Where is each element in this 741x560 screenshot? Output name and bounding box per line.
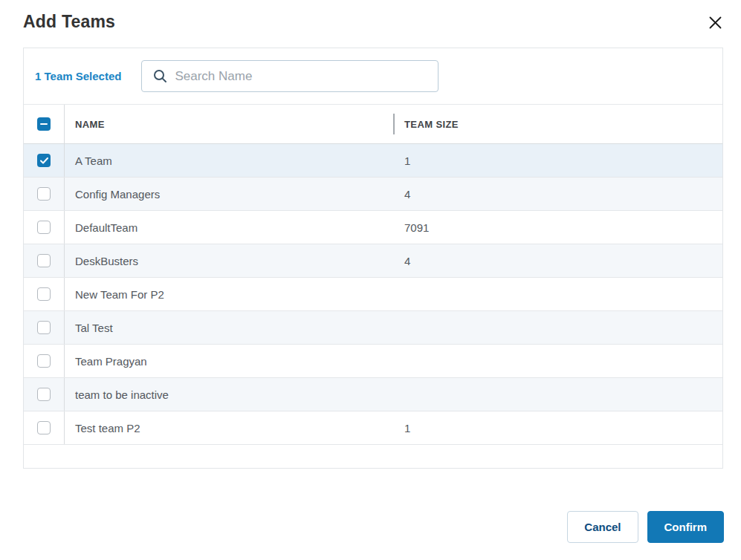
team-name: team to be inactive [65,378,393,411]
select-all-checkbox[interactable] [37,117,51,131]
selected-count-label: 1 Team Selected [35,70,121,82]
team-size [393,378,404,411]
select-all-cell [24,105,65,143]
column-header-team-size: TEAM SIZE [395,119,459,130]
modal-footer: Cancel Confirm [567,511,724,543]
row-checkbox[interactable] [37,321,51,334]
table-header: NAME TEAM SIZE [24,104,722,144]
table-row[interactable]: Config Managers 4 [24,178,722,211]
table-row[interactable]: Team Pragyan [24,345,722,378]
team-size: 4 [393,178,410,210]
row-checkbox-cell [24,244,65,277]
row-checkbox[interactable] [37,421,51,434]
search-input[interactable] [175,69,429,84]
team-name: DeskBusters [65,244,393,277]
team-name: A Team [65,144,393,177]
team-size [393,311,404,344]
modal-header: Add Teams [0,0,741,32]
table-body: A Team 1 Config Managers 4 DefaultTeam 7… [24,144,722,445]
team-size [393,345,404,377]
confirm-button[interactable]: Confirm [647,511,725,543]
table-row[interactable]: DeskBusters 4 [24,244,722,278]
team-size: 1 [393,144,410,177]
table-row[interactable]: DefaultTeam 7091 [24,211,722,244]
team-name: Test team P2 [65,411,393,444]
row-checkbox[interactable] [37,221,51,234]
team-size: 7091 [393,211,429,244]
search-box [141,60,439,92]
row-checkbox[interactable] [37,388,51,401]
row-checkbox-cell [24,311,65,344]
table-footer-strip [24,445,722,468]
column-header-name: NAME [65,119,393,130]
row-checkbox[interactable] [37,287,51,301]
team-name: DefaultTeam [65,211,393,244]
page-title: Add Teams [23,12,115,32]
team-name: Team Pragyan [65,345,393,377]
table-row[interactable]: team to be inactive [24,378,722,411]
row-checkbox[interactable] [37,187,51,201]
row-checkbox-cell [24,411,65,444]
team-name: Config Managers [65,178,393,210]
team-size [393,278,404,310]
table-row[interactable]: Tal Test [24,311,722,345]
row-checkbox[interactable] [37,154,51,167]
team-size: 4 [393,244,410,277]
row-checkbox-cell [24,278,65,310]
row-checkbox-cell [24,378,65,411]
close-button[interactable] [707,14,723,30]
panel-toolbar: 1 Team Selected [24,48,722,104]
row-checkbox[interactable] [37,254,51,267]
table-row[interactable]: Test team P2 1 [24,411,722,445]
row-checkbox-cell [24,211,65,244]
close-icon [709,16,722,29]
row-checkbox-cell [24,178,65,210]
indeterminate-dash-icon [40,123,48,126]
team-name: New Team For P2 [65,278,393,310]
cancel-button[interactable]: Cancel [567,511,638,543]
row-checkbox-cell [24,345,65,377]
row-checkbox[interactable] [37,354,51,368]
table-row[interactable]: A Team 1 [24,144,722,178]
table-row[interactable]: New Team For P2 [24,278,722,311]
row-checkbox-cell [24,144,65,177]
team-size: 1 [393,411,410,444]
search-icon [153,69,167,83]
check-icon [40,157,48,164]
teams-panel: 1 Team Selected NAME TEAM SIZE [23,48,723,469]
team-name: Tal Test [65,311,393,344]
